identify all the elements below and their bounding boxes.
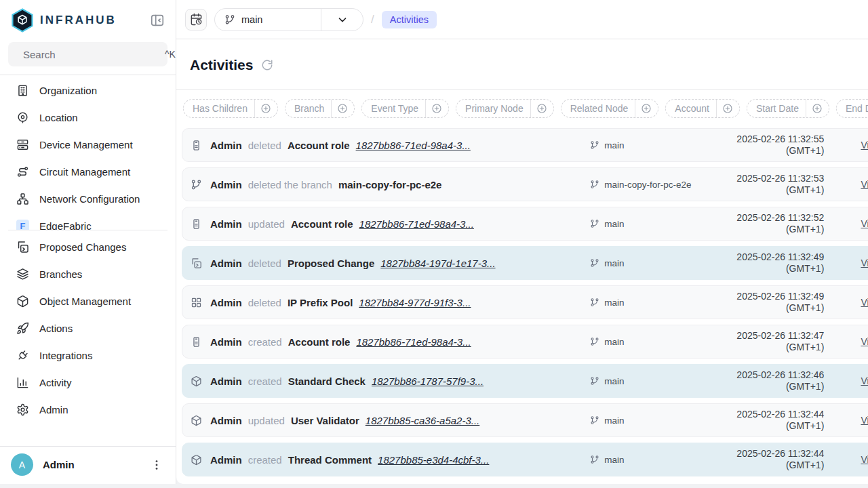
object-id-link[interactable]: 1827bb86-71ed-98a4-3... — [359, 218, 474, 230]
object-id-link[interactable]: 1827bb86-71ed-98a4-3... — [356, 140, 471, 151]
view-more-link[interactable]: View more — [861, 140, 868, 150]
sidebar-item-admin[interactable]: Admin — [0, 396, 176, 423]
id-badge-icon — [191, 218, 202, 230]
object-id-link[interactable]: 1827bb85-e3d4-4cbf-3... — [378, 454, 489, 466]
gear-icon — [16, 403, 29, 416]
object-id-link[interactable]: 1827bb86-71ed-98a4-3... — [356, 336, 471, 348]
search-box[interactable]: ^K — [8, 42, 167, 66]
sidebar-item-location[interactable]: Location — [0, 104, 176, 131]
actor: Admin — [210, 375, 242, 387]
filter-chip-end-date[interactable]: End Date — [836, 99, 868, 118]
branch-label: main — [604, 455, 624, 465]
sidebar-item-organization[interactable]: Organization — [0, 77, 176, 104]
sidebar-item-device-management[interactable]: Device Management — [0, 131, 176, 158]
object-id-link[interactable]: 1827bb84-197d-1e17-3... — [380, 258, 495, 269]
server-icon — [16, 138, 29, 151]
search-input[interactable] — [23, 49, 158, 60]
object-id-link[interactable]: 1827bb86-1787-57f9-3... — [372, 375, 484, 387]
sidebar-item-circuit-management[interactable]: Circuit Management — [0, 158, 176, 185]
view-more-link[interactable]: View more — [861, 454, 868, 465]
kebab-menu-icon — [150, 458, 163, 472]
timestamp: 2025-02-26 11:32:46 (GMT+1) — [729, 369, 824, 392]
sidebar-item-object-management[interactable]: Object Management — [0, 287, 176, 314]
filter-chip-branch[interactable]: Branch — [285, 99, 355, 118]
sidebar-item-branches[interactable]: Branches — [0, 260, 176, 287]
page-title: Activities — [190, 57, 253, 73]
git-branch-icon — [590, 455, 599, 464]
sidebar-item-activity[interactable]: Activity — [0, 369, 176, 396]
action: created — [248, 454, 282, 466]
filter-chip-start-date[interactable]: Start Date — [747, 99, 829, 118]
sidebar: INFRAHUB ^K Organization Location Device… — [0, 0, 176, 484]
view-more-link[interactable]: View more — [861, 297, 868, 308]
branch-label: main — [604, 376, 624, 386]
filter-chip-label: End Date — [837, 103, 868, 114]
user-name: Admin — [43, 459, 75, 470]
view-more-cell: View more — [824, 296, 868, 308]
git-branch-icon — [191, 179, 202, 190]
sidebar-header: INFRAHUB — [0, 0, 176, 39]
rocket-icon — [16, 322, 29, 335]
object-type: Account role — [291, 218, 353, 230]
view-more-link[interactable]: View more — [861, 415, 868, 426]
filter-chip-account[interactable]: Account — [665, 99, 740, 118]
sidebar-item-network-configuration[interactable]: Network Configuration — [0, 185, 176, 212]
object-id-link[interactable]: 1827bb84-977d-91f3-3... — [359, 297, 471, 308]
activity-row: Admin deleted the branch main-copy-for-p… — [182, 167, 868, 201]
timestamp-date: 2025-02-26 11:32:44 — [729, 448, 824, 460]
branch-selector-label: main — [215, 14, 321, 25]
view-more-link[interactable]: View more — [861, 258, 868, 268]
filter-chip-event-type[interactable]: Event Type — [361, 99, 449, 118]
filter-chip-related-node[interactable]: Related Node — [561, 99, 659, 118]
sidebar-item-edgefabric[interactable]: F EdgeFabric — [0, 212, 176, 230]
filter-bar: Has Children Branch Event Type Primary N… — [176, 90, 868, 127]
timestamp-tz: (GMT+1) — [729, 342, 824, 353]
sidebar-item-integrations[interactable]: Integrations — [0, 342, 176, 369]
sidebar-collapse-button[interactable] — [149, 12, 166, 29]
filter-chip-label: Start Date — [747, 103, 806, 114]
git-branch-icon — [590, 298, 599, 307]
sidebar-item-label: Actions — [39, 323, 73, 334]
timestamp-tz: (GMT+1) — [729, 302, 824, 314]
layers-icon — [16, 268, 29, 281]
timestamp-tz: (GMT+1) — [729, 184, 824, 196]
sidebar-item-proposed-changes[interactable]: Proposed Changes — [0, 233, 176, 260]
id-badge-icon — [191, 336, 202, 348]
view-more-link[interactable]: View more — [861, 336, 868, 347]
timestamp: 2025-02-26 11:32:52 (GMT+1) — [729, 212, 824, 235]
git-branch-icon — [590, 140, 599, 150]
breadcrumb-activities[interactable]: Activities — [382, 11, 437, 28]
user-menu-button[interactable] — [149, 457, 165, 473]
activity-row: Admin deleted Account role 1827bb86-71ed… — [182, 128, 868, 162]
view-more-link[interactable]: View more — [861, 375, 868, 386]
action: created — [248, 375, 282, 387]
date-picker-button[interactable] — [185, 9, 207, 30]
sidebar-item-actions[interactable]: Actions — [0, 314, 176, 342]
timestamp: 2025-02-26 11:32:53 (GMT+1) — [729, 173, 824, 195]
activity-row: Admin deleted Proposed Change 1827bb84-1… — [182, 246, 868, 280]
cube-icon — [191, 415, 202, 426]
branch-selector[interactable]: main — [214, 8, 363, 31]
plus-circle-icon — [255, 103, 277, 114]
activity-row: Admin updated Account role 1827bb86-71ed… — [182, 207, 868, 241]
refresh-button[interactable] — [261, 59, 273, 71]
branch-label: main-copy-for-pc-e2e — [604, 180, 691, 190]
content-panel: Activities Has Children Branch Event Typ… — [176, 39, 868, 484]
view-more-link[interactable]: View more — [861, 218, 868, 229]
actor: Admin — [210, 297, 242, 308]
filter-chip-primary-node[interactable]: Primary Node — [456, 99, 554, 118]
actor: Admin — [210, 258, 242, 269]
object-id-link[interactable]: 1827bb85-ca36-a5a2-3... — [366, 415, 479, 426]
nav-section-app: Proposed Changes Branches Object Managem… — [0, 230, 176, 423]
activity-text: Admin created Thread Comment 1827bb85-e3… — [202, 454, 590, 466]
filter-chip-has-children[interactable]: Has Children — [183, 99, 278, 118]
git-branch-icon — [590, 219, 599, 228]
activity-row: Admin updated User Validator 1827bb85-ca… — [182, 403, 868, 437]
branch-cell: main — [590, 415, 729, 426]
edgefabric-letter-icon: F — [16, 220, 29, 230]
refresh-icon — [261, 59, 273, 71]
branch-label: main — [604, 415, 624, 426]
view-more-link[interactable]: View more — [861, 179, 868, 190]
git-branch-icon — [590, 415, 599, 425]
git-branch-icon — [224, 14, 235, 25]
